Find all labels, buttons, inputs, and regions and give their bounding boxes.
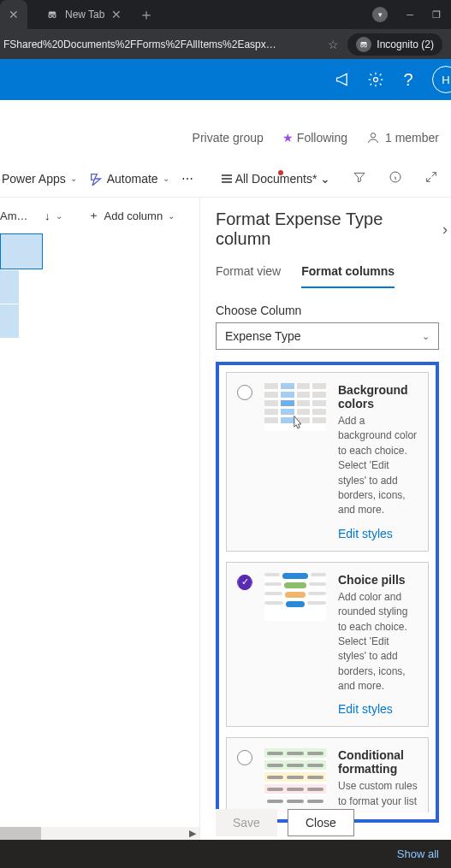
suite-header: ? H [0,59,451,100]
following-toggle[interactable]: ★Following [282,131,347,145]
cell[interactable] [0,304,19,338]
more-actions-button[interactable]: ⋯ [181,172,194,186]
profile-avatar-icon[interactable]: ▾ [372,7,388,22]
chevron-down-icon: ⌄ [56,211,62,221]
browser-tab-1[interactable]: ✕ [0,0,27,29]
option-title: Background colors [338,383,418,410]
list-icon [222,174,232,183]
svg-point-2 [361,44,364,47]
format-column-pane: Format Expense Type column › Format view… [199,198,451,840]
chevron-down-icon: ⌄ [320,172,330,186]
option-desc: Add color and rounded styling to each ch… [338,590,418,694]
radio-unchecked[interactable] [237,385,252,400]
option-background-colors[interactable]: Background colors Add a background color… [226,372,429,552]
cell[interactable] [0,270,19,304]
chevron-down-icon: ⌄ [422,331,430,342]
option-choice-pills[interactable]: ✓ Choice pills Add color and rounded sty… [226,562,429,728]
tab-format-columns[interactable]: Format columns [301,264,395,288]
incognito-label: Incognito (2) [377,38,434,50]
scroll-right-icon[interactable]: ▶ [186,827,199,840]
incognito-badge[interactable]: Incognito (2) [347,33,442,56]
browser-tab-2[interactable]: New Tab ✕ [38,0,130,29]
unsaved-indicator-icon [278,170,283,175]
expand-icon[interactable] [424,170,438,186]
url-text[interactable]: FShared%20Documents%2FForms%2FAllItems%2… [0,38,276,50]
gear-icon[interactable] [367,71,384,88]
close-icon[interactable]: ✕ [111,8,122,21]
edit-styles-link[interactable]: Edit styles [338,527,418,540]
view-selector[interactable]: All Documents* ⌄ [222,172,331,186]
url-bar: FShared%20Documents%2FForms%2FAllItems%2… [0,29,451,59]
bookmark-star-icon[interactable]: ☆ [319,38,347,51]
save-button[interactable]: Save [216,809,277,836]
incognito-icon [356,37,371,52]
page-footer: Show all [0,840,451,868]
cell-selected[interactable] [0,233,43,269]
profile-circle[interactable]: H [432,66,451,93]
maximize-icon[interactable]: ❐ [432,9,441,21]
add-column-button[interactable]: ＋ Add column ⌄ [88,208,175,223]
automate-icon [89,172,103,186]
automate-menu[interactable]: Automate⌄ [89,172,169,186]
choose-column-label: Choose Column [216,304,439,317]
preview-background-colors [264,383,326,431]
members-link[interactable]: 1 member [366,131,439,145]
pane-title: Format Expense Type column [216,210,442,249]
info-icon[interactable] [389,170,402,186]
format-options-group: Background colors Add a background color… [216,362,439,823]
chevron-down-icon: ⌄ [163,174,169,183]
new-tab-button[interactable]: ＋ [130,4,163,25]
megaphone-icon[interactable] [335,71,352,88]
svg-point-3 [365,44,367,47]
arrow-down-icon: ↓ [45,210,50,222]
power-apps-menu[interactable]: Power Apps⌄ [2,172,77,186]
chevron-down-icon: ⌄ [70,174,77,183]
radio-checked[interactable]: ✓ [237,575,252,590]
scrollbar-thumb[interactable] [0,827,41,840]
browser-tab-strip: ✕ New Tab ✕ ＋ ▾ ─ ❐ [0,0,451,29]
chevron-down-icon: ⌄ [168,211,175,221]
list-area: Am… ↓ ⌄ ＋ Add column ⌄ [0,198,199,840]
option-desc: Add a background color to each choice. S… [338,414,418,518]
person-icon [366,131,380,145]
pane-tabs: Format view Format columns [216,264,439,288]
svg-point-4 [374,78,378,82]
chevron-right-icon[interactable]: › [442,221,448,239]
close-icon[interactable]: ✕ [9,8,19,21]
column-sort-icon[interactable]: ↓ ⌄ [45,210,62,222]
privacy-label: Private group [193,131,264,145]
tab-title: New Tab [65,9,104,21]
option-title: Choice pills [338,573,418,587]
horizontal-scrollbar[interactable]: ▶ [0,827,199,840]
edit-styles-link[interactable]: Edit styles [338,702,418,716]
filter-icon[interactable] [353,170,366,186]
svg-point-0 [49,15,52,18]
plus-icon: ＋ [88,208,99,223]
column-dropdown[interactable]: Expense Type ⌄ [216,322,439,350]
close-button[interactable]: Close [288,809,354,836]
tab-format-view[interactable]: Format view [216,264,281,288]
show-all-link[interactable]: Show all [397,847,439,860]
dropdown-value: Expense Type [225,329,300,343]
preview-conditional [264,748,326,796]
cursor-pointer-icon [288,414,306,439]
star-icon: ★ [282,131,294,145]
help-icon[interactable]: ? [400,71,417,88]
svg-point-1 [53,15,56,18]
svg-point-5 [371,133,375,138]
site-info-row: Private group ★Following 1 member [0,100,451,160]
option-conditional-formatting[interactable]: Conditional formatting Use custom rules … [226,737,429,812]
option-title: Conditional formatting [338,748,418,776]
command-bar: Power Apps⌄ Automate⌄ ⋯ All Documents* ⌄ [0,160,451,198]
incognito-favicon-icon [46,9,58,21]
option-desc: Use custom rules to format your list [338,779,418,809]
minimize-icon[interactable]: ─ [406,9,413,20]
preview-choice-pills [264,573,326,621]
radio-unchecked[interactable] [237,750,252,765]
column-header-am[interactable]: Am… [0,210,34,222]
